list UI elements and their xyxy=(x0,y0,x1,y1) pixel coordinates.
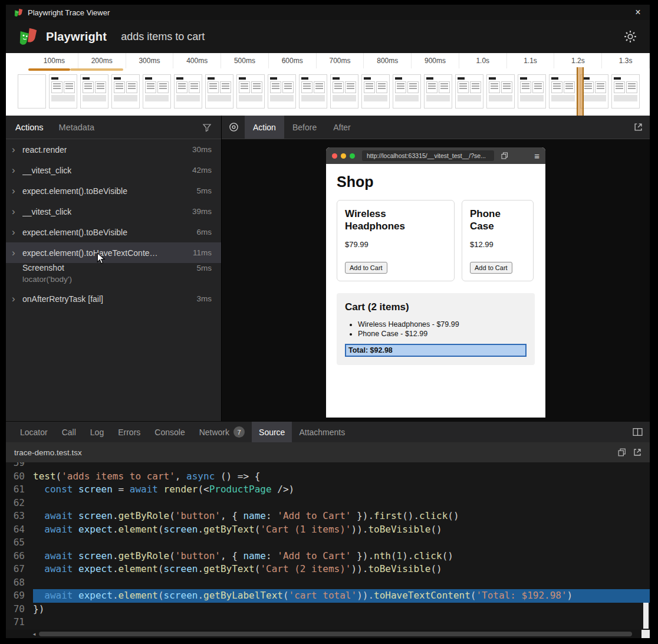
action-row[interactable]: ›react.render30ms xyxy=(6,139,221,160)
thumb-card xyxy=(520,81,531,93)
chevron-right-icon[interactable]: › xyxy=(12,165,22,175)
open-external-icon[interactable] xyxy=(634,123,643,132)
thumb-title-bar xyxy=(301,77,308,80)
timeline-thumbnail[interactable] xyxy=(393,74,421,109)
split-columns-icon[interactable] xyxy=(633,428,643,436)
timeline-thumbnail[interactable] xyxy=(111,74,140,109)
timeline-thumbnail[interactable] xyxy=(486,74,515,109)
timeline-label: 1.2s xyxy=(554,53,602,68)
bottom-tab-attachments[interactable]: Attachments xyxy=(292,422,352,442)
thumb-cart-bar xyxy=(614,95,637,101)
product-price: $79.99 xyxy=(345,240,369,249)
thumb-cart-bar xyxy=(520,95,544,101)
scroll-left-arrow-icon[interactable]: ◂ xyxy=(29,630,39,638)
chevron-right-icon[interactable]: › xyxy=(12,294,22,304)
thumb-line xyxy=(491,83,498,84)
action-row[interactable]: ›expect.element().toBeVisible6ms xyxy=(6,222,221,242)
open-source-external-icon[interactable] xyxy=(633,448,641,456)
action-row[interactable]: ›expect.element().toBeVisible5ms xyxy=(6,180,221,201)
bottom-tab-call[interactable]: Call xyxy=(55,422,83,442)
action-row[interactable]: ›onAfterRetryTask [fail]3ms xyxy=(6,288,221,309)
chevron-right-icon[interactable]: › xyxy=(12,144,22,155)
horizontal-scrollbar-thumb[interactable] xyxy=(39,632,632,636)
timeline-thumbnail[interactable] xyxy=(268,74,296,109)
timeline-thumbnail[interactable] xyxy=(236,74,265,109)
tab-metadata[interactable]: Metadata xyxy=(59,123,94,132)
code-text xyxy=(33,497,650,510)
browser-menu-icon[interactable]: ≡ xyxy=(534,151,539,161)
bottom-tab-errors[interactable]: Errors xyxy=(111,422,147,442)
bottom-tab-network[interactable]: Network7 xyxy=(192,422,252,442)
thumb-line xyxy=(553,86,561,87)
chevron-right-icon[interactable]: › xyxy=(12,206,22,216)
timeline-strip[interactable]: 100ms200ms300ms400ms500ms600ms700ms800ms… xyxy=(6,53,650,116)
thumb-line xyxy=(378,83,386,84)
timeline-thumbnail[interactable] xyxy=(18,74,46,109)
close-icon[interactable]: × xyxy=(632,7,644,18)
thumb-line xyxy=(553,88,561,89)
timeline-thumbnail[interactable] xyxy=(205,74,233,109)
chevron-right-icon[interactable]: › xyxy=(12,248,22,258)
thumb-line xyxy=(128,86,136,87)
action-row[interactable]: ›__vitest_click42ms xyxy=(6,160,221,180)
code-text: test('adds items to cart', async () => { xyxy=(33,470,650,484)
timeline-marker[interactable] xyxy=(577,67,584,116)
thumb-line xyxy=(409,86,417,87)
thumb-line xyxy=(616,88,623,89)
thumb-line xyxy=(97,83,104,84)
thumb-line xyxy=(190,83,198,84)
thumb-line xyxy=(472,88,479,89)
thumb-card xyxy=(64,81,75,93)
timeline-thumbnail[interactable] xyxy=(549,74,577,109)
timeline-thumbnail[interactable] xyxy=(80,74,108,109)
action-row[interactable]: ›expect.element().toHaveTextConte…11ms xyxy=(6,242,221,263)
chevron-right-icon[interactable]: › xyxy=(12,186,22,196)
snapshot-tab-action[interactable]: Action xyxy=(245,116,284,139)
snapshot-tab-before[interactable]: Before xyxy=(284,116,325,139)
thumb-line xyxy=(222,86,229,87)
thumb-cart-bar xyxy=(489,95,512,101)
thumb-cart-bar xyxy=(208,95,231,101)
thumb-card xyxy=(426,81,437,93)
action-row[interactable]: ›__vitest_click39ms xyxy=(6,201,221,222)
target-icon[interactable] xyxy=(229,122,239,132)
bottom-tab-locator[interactable]: Locator xyxy=(13,422,55,442)
timeline-thumbnail[interactable] xyxy=(580,74,608,109)
code-line: 69 await expect.element(screen.getByLabe… xyxy=(6,589,650,603)
timeline-thumbnail[interactable] xyxy=(611,74,640,109)
thumb-card xyxy=(532,81,544,93)
bottom-tab-log[interactable]: Log xyxy=(83,422,111,442)
bottom-tab-console[interactable]: Console xyxy=(147,422,192,442)
timeline-thumbnail[interactable] xyxy=(174,74,202,109)
add-to-cart-button[interactable]: Add to Cart xyxy=(470,262,512,274)
thumb-line xyxy=(315,86,323,87)
snapshot-tab-after[interactable]: After xyxy=(325,116,359,139)
timeline-thumbnail[interactable] xyxy=(518,74,546,109)
gear-icon[interactable] xyxy=(624,30,637,43)
timeline-thumbnail[interactable] xyxy=(49,74,77,109)
action-row[interactable]: Screenshot5mslocator('body') xyxy=(6,263,221,288)
copy-source-icon[interactable] xyxy=(618,448,626,456)
chevron-right-icon[interactable]: › xyxy=(12,227,22,237)
bottom-tab-source[interactable]: Source xyxy=(252,422,292,442)
window-title: Playwright Trace Viewer xyxy=(28,8,110,17)
thumb-card xyxy=(489,81,500,93)
filter-icon[interactable] xyxy=(202,123,212,132)
add-to-cart-button[interactable]: Add to Cart xyxy=(345,262,387,274)
url-field[interactable]: http://localhost:63315/__vitest_test__/?… xyxy=(362,150,494,161)
tab-actions[interactable]: Actions xyxy=(15,123,44,132)
thumb-cart-bar xyxy=(51,95,75,101)
horizontal-scrollbar[interactable]: ◂ xyxy=(6,630,650,638)
thumb-card xyxy=(395,81,406,93)
timeline-thumbnail[interactable] xyxy=(330,74,358,109)
timeline-thumbnail[interactable] xyxy=(299,74,327,109)
timeline-thumbnail[interactable] xyxy=(455,74,483,109)
timeline-thumbnail[interactable] xyxy=(424,74,452,109)
copy-url-icon[interactable] xyxy=(501,152,508,159)
bottom-tab-label: Locator xyxy=(20,428,48,437)
timeline-thumbnail[interactable] xyxy=(143,74,171,109)
thumb-card xyxy=(376,81,387,93)
vertical-scrollbar-thumb[interactable] xyxy=(643,603,649,629)
thumb-line xyxy=(428,88,436,89)
timeline-thumbnail[interactable] xyxy=(361,74,390,109)
